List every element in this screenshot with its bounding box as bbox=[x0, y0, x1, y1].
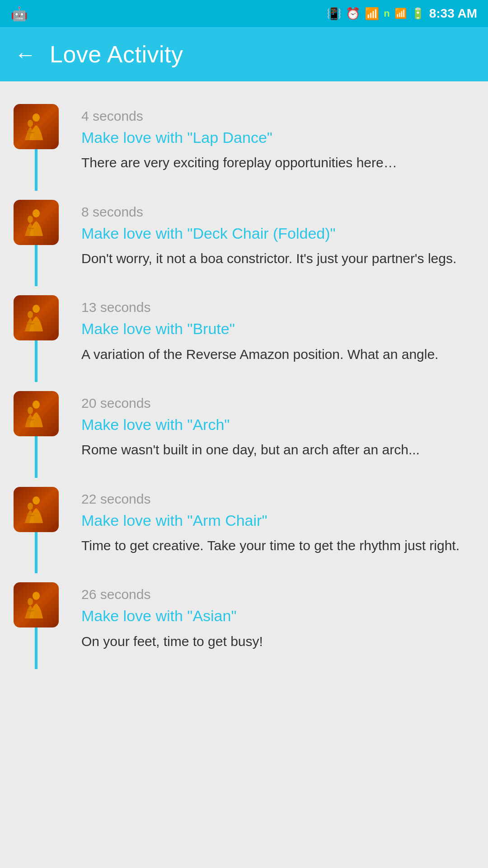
battery-icon: 🔋 bbox=[411, 7, 425, 20]
list-item[interactable]: 8 seconds Make love with "Deck Chair (Fo… bbox=[0, 191, 488, 287]
time-label: 20 seconds bbox=[81, 396, 474, 411]
svg-point-11 bbox=[28, 598, 33, 605]
status-time: 8:33 AM bbox=[429, 6, 477, 21]
list-item[interactable]: 4 seconds Make love with "Lap Dance" The… bbox=[0, 95, 488, 191]
list-item[interactable]: 13 seconds Make love with "Brute" A vari… bbox=[0, 286, 488, 382]
item-title[interactable]: Make love with "Lap Dance" bbox=[81, 127, 474, 147]
item-title[interactable]: Make love with "Deck Chair (Folded)" bbox=[81, 223, 474, 243]
activity-icon bbox=[14, 200, 59, 245]
time-label: 13 seconds bbox=[81, 300, 474, 315]
svg-point-3 bbox=[28, 216, 33, 223]
svg-point-2 bbox=[33, 209, 40, 217]
item-description: On your feet, time to get busy! bbox=[81, 632, 474, 651]
timeline-left bbox=[0, 295, 72, 364]
activity-list: 4 seconds Make love with "Lap Dance" The… bbox=[0, 81, 488, 683]
android-icon: 🤖 bbox=[11, 6, 28, 22]
alarm-icon: ⏰ bbox=[346, 7, 360, 21]
timeline-content: 13 seconds Make love with "Brute" A vari… bbox=[72, 295, 488, 364]
item-description: Time to get creative. Take your time to … bbox=[81, 536, 474, 556]
svg-point-0 bbox=[33, 113, 40, 122]
timeline-content: 22 seconds Make love with "Arm Chair" Ti… bbox=[72, 487, 488, 556]
timeline-left bbox=[0, 582, 72, 651]
item-title[interactable]: Make love with "Arch" bbox=[81, 415, 474, 434]
svg-point-10 bbox=[33, 592, 40, 600]
activity-icon bbox=[14, 391, 59, 436]
time-label: 8 seconds bbox=[81, 204, 474, 220]
timeline-left bbox=[0, 391, 72, 460]
status-bar-right: 📳 ⏰ 📶 n 📶 🔋 8:33 AM bbox=[327, 6, 477, 21]
list-item[interactable]: 22 seconds Make love with "Arm Chair" Ti… bbox=[0, 478, 488, 574]
time-label: 22 seconds bbox=[81, 491, 474, 507]
activity-icon bbox=[14, 582, 59, 627]
list-item[interactable]: 26 seconds Make love with "Asian" On you… bbox=[0, 573, 488, 669]
activity-icon bbox=[14, 104, 59, 149]
svg-point-6 bbox=[33, 401, 40, 409]
svg-point-8 bbox=[33, 496, 40, 505]
timeline-left bbox=[0, 200, 72, 269]
activity-icon bbox=[14, 487, 59, 532]
signal2-icon: 📶 bbox=[394, 8, 407, 19]
timeline-content: 8 seconds Make love with "Deck Chair (Fo… bbox=[72, 200, 488, 269]
back-button[interactable]: ← bbox=[14, 42, 36, 67]
item-title[interactable]: Make love with "Asian" bbox=[81, 606, 474, 626]
item-title[interactable]: Make love with "Brute" bbox=[81, 319, 474, 339]
time-label: 26 seconds bbox=[81, 587, 474, 602]
activity-icon bbox=[14, 295, 59, 340]
wifi-icon: 📶 bbox=[365, 7, 379, 21]
signal1-icon: n bbox=[384, 8, 389, 19]
timeline-content: 20 seconds Make love with "Arch" Rome wa… bbox=[72, 391, 488, 460]
svg-point-5 bbox=[28, 311, 33, 318]
page-title: Love Activity bbox=[50, 41, 183, 68]
status-bar-left: 🤖 bbox=[11, 6, 28, 22]
time-label: 4 seconds bbox=[81, 108, 474, 124]
status-bar: 🤖 📳 ⏰ 📶 n 📶 🔋 8:33 AM bbox=[0, 0, 488, 27]
item-description: There are very exciting foreplay opportu… bbox=[81, 153, 474, 173]
svg-point-9 bbox=[28, 503, 33, 510]
timeline-content: 4 seconds Make love with "Lap Dance" The… bbox=[72, 104, 488, 173]
item-title[interactable]: Make love with "Arm Chair" bbox=[81, 510, 474, 530]
svg-point-7 bbox=[28, 407, 33, 414]
item-description: Rome wasn't built in one day, but an arc… bbox=[81, 440, 474, 460]
vibrate-icon: 📳 bbox=[327, 7, 341, 21]
timeline-content: 26 seconds Make love with "Asian" On you… bbox=[72, 582, 488, 651]
timeline-left bbox=[0, 487, 72, 556]
item-description: A variation of the Reverse Amazon positi… bbox=[81, 344, 474, 364]
svg-point-1 bbox=[28, 120, 33, 127]
list-item[interactable]: 20 seconds Make love with "Arch" Rome wa… bbox=[0, 382, 488, 478]
item-description: Don't worry, it not a boa constrictor. I… bbox=[81, 249, 474, 269]
svg-point-4 bbox=[33, 305, 40, 313]
app-bar: ← Love Activity bbox=[0, 27, 488, 81]
timeline-left bbox=[0, 104, 72, 173]
